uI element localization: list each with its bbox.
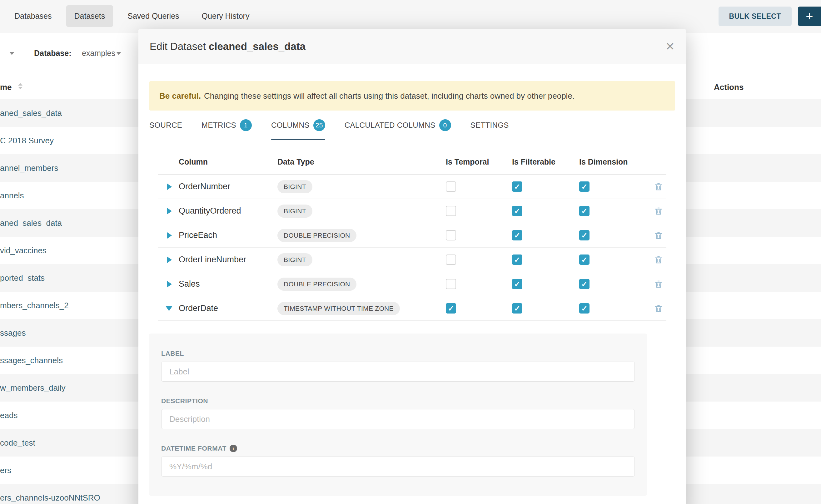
- expand-caret-icon[interactable]: [167, 208, 172, 215]
- expand-caret-icon[interactable]: [167, 256, 172, 263]
- warning-banner: Be careful. Changing these settings will…: [149, 81, 675, 111]
- dropdown-caret-icon[interactable]: [116, 52, 121, 55]
- dataset-link[interactable]: ers_channels-uzooNNtSRO: [0, 493, 100, 503]
- tab-label: COLUMNS: [271, 121, 309, 130]
- metrics-count-badge: 1: [240, 119, 252, 131]
- dataset-link[interactable]: mbers_channels_2: [0, 301, 69, 310]
- columns-count-badge: 25: [313, 119, 325, 131]
- is-filterable-checkbox[interactable]: [512, 279, 522, 289]
- dataset-link[interactable]: ers: [0, 466, 11, 475]
- datetime-format-input[interactable]: [161, 457, 635, 477]
- tab-label: SOURCE: [149, 121, 182, 130]
- modal-header: Edit Dataset cleaned_sales_data ✕: [138, 29, 686, 64]
- expand-caret-icon[interactable]: [167, 232, 172, 239]
- tab-label: CALCULATED COLUMNS: [344, 121, 436, 130]
- collapse-caret-icon[interactable]: [166, 306, 172, 311]
- is-dimension-checkbox[interactable]: [579, 230, 590, 240]
- dataset-link[interactable]: w_members_daily: [0, 383, 66, 393]
- sort-icon[interactable]: [18, 83, 22, 89]
- dataset-link[interactable]: ssages_channels: [0, 356, 63, 365]
- is-dimension-checkbox[interactable]: [579, 181, 590, 192]
- tab-source[interactable]: SOURCE: [149, 111, 182, 140]
- calculated-columns-count-badge: 0: [439, 119, 451, 131]
- tab-settings[interactable]: SETTINGS: [471, 111, 509, 140]
- data-type-header: Data Type: [277, 157, 446, 166]
- trash-icon[interactable]: [654, 279, 663, 289]
- trash-icon[interactable]: [654, 231, 663, 240]
- nav-tab-databases[interactable]: Databases: [6, 5, 60, 27]
- is-temporal-checkbox[interactable]: [446, 181, 456, 192]
- column-name: OrderLineNumber: [179, 255, 277, 264]
- table-row: QuantityOrdered BIGINT: [158, 199, 666, 223]
- dataset-link[interactable]: ssages: [0, 328, 26, 338]
- data-type-pill: BIGINT: [277, 253, 312, 266]
- dataset-link[interactable]: annel_members: [0, 163, 58, 173]
- database-filter-value[interactable]: examples: [82, 49, 115, 58]
- is-dimension-checkbox[interactable]: [579, 206, 590, 216]
- label-input[interactable]: [161, 362, 635, 382]
- modal-title-prefix: Edit Dataset: [150, 41, 206, 52]
- data-type-pill: TIMESTAMP WITHOUT TIME ZONE: [277, 302, 400, 315]
- is-temporal-checkbox[interactable]: [446, 303, 456, 314]
- trash-icon[interactable]: [654, 304, 663, 313]
- tab-metrics[interactable]: METRICS 1: [201, 111, 252, 140]
- dataset-link[interactable]: annels: [0, 191, 24, 200]
- description-field-label: DESCRIPTION: [161, 397, 635, 405]
- column-name: OrderNumber: [179, 182, 277, 191]
- data-type-pill: DOUBLE PRECISION: [277, 229, 356, 242]
- column-name: OrderDate: [179, 304, 277, 313]
- dataset-link[interactable]: aned_sales_data: [0, 108, 62, 118]
- is-temporal-checkbox[interactable]: [446, 254, 456, 265]
- is-temporal-checkbox[interactable]: [446, 279, 456, 289]
- tab-label: SETTINGS: [471, 121, 509, 130]
- dataset-link[interactable]: ported_stats: [0, 273, 45, 283]
- is-filterable-checkbox[interactable]: [512, 254, 522, 265]
- top-nav: Databases Datasets Saved Queries Query H…: [0, 0, 821, 32]
- tab-calculated-columns[interactable]: CALCULATED COLUMNS 0: [344, 111, 451, 140]
- dataset-link[interactable]: vid_vaccines: [0, 246, 47, 255]
- dataset-link[interactable]: C 2018 Survey: [0, 136, 54, 146]
- nav-tab-saved-queries[interactable]: Saved Queries: [119, 5, 187, 27]
- data-type-pill: BIGINT: [277, 180, 312, 193]
- is-dimension-checkbox[interactable]: [579, 303, 590, 314]
- add-dataset-button[interactable]: +: [798, 7, 821, 26]
- data-type-pill: DOUBLE PRECISION: [277, 278, 356, 291]
- edit-dataset-modal: Edit Dataset cleaned_sales_data ✕ Be car…: [138, 29, 686, 504]
- trash-icon[interactable]: [654, 182, 663, 191]
- bulk-select-button[interactable]: BULK SELECT: [719, 7, 792, 26]
- nav-tab-query-history[interactable]: Query History: [194, 5, 258, 27]
- is-dimension-header: Is Dimension: [579, 157, 654, 166]
- trash-icon[interactable]: [654, 206, 663, 216]
- close-icon[interactable]: ✕: [665, 41, 675, 52]
- dataset-link[interactable]: eads: [0, 411, 17, 420]
- table-row: OrderDate TIMESTAMP WITHOUT TIME ZONE: [158, 296, 666, 321]
- info-icon[interactable]: i: [230, 445, 237, 452]
- name-column-header: me: [0, 82, 12, 92]
- column-name: QuantityOrdered: [179, 206, 277, 216]
- tab-columns[interactable]: COLUMNS 25: [271, 111, 325, 140]
- description-input[interactable]: [161, 409, 635, 429]
- is-filterable-checkbox[interactable]: [512, 230, 522, 240]
- is-filterable-checkbox[interactable]: [512, 181, 522, 192]
- datetime-format-field-label: DATETIME FORMAT i: [161, 445, 635, 452]
- column-header: Column: [179, 157, 277, 166]
- is-dimension-checkbox[interactable]: [579, 279, 590, 289]
- nav-tab-datasets[interactable]: Datasets: [66, 5, 113, 27]
- is-filterable-checkbox[interactable]: [512, 206, 522, 216]
- is-filterable-checkbox[interactable]: [512, 303, 522, 314]
- dataset-link[interactable]: aned_sales_data: [0, 218, 62, 228]
- dropdown-caret-icon[interactable]: [9, 52, 14, 55]
- table-row: PriceEach DOUBLE PRECISION: [158, 223, 666, 248]
- is-temporal-checkbox[interactable]: [446, 230, 456, 240]
- expand-caret-icon[interactable]: [167, 281, 172, 288]
- tab-label: METRICS: [201, 121, 236, 130]
- expand-caret-icon[interactable]: [167, 183, 172, 190]
- column-name: Sales: [179, 279, 277, 289]
- table-row: Sales DOUBLE PRECISION: [158, 272, 666, 296]
- trash-icon[interactable]: [654, 255, 663, 264]
- is-temporal-checkbox[interactable]: [446, 206, 456, 216]
- is-filterable-header: Is Filterable: [512, 157, 579, 166]
- is-dimension-checkbox[interactable]: [579, 254, 590, 265]
- dataset-link[interactable]: code_test: [0, 438, 35, 448]
- data-type-pill: BIGINT: [277, 205, 312, 218]
